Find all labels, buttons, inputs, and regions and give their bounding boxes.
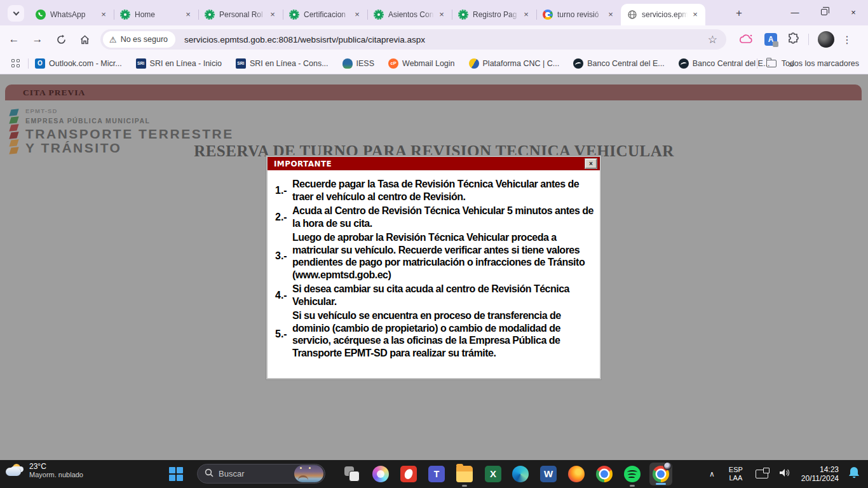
tab-label: Home <box>135 10 180 19</box>
logo-line3: TRANSPORTE TERRESTRE <box>25 127 234 141</box>
tab-personal-rol[interactable]: Personal Rol × <box>198 4 283 25</box>
tab-servicios-active[interactable]: servicios.epm × <box>621 4 705 25</box>
minimize-button[interactable]: — <box>780 0 810 24</box>
teams-icon[interactable]: T <box>428 466 445 482</box>
logo-line2: EMPRESA PÚBLICA MUNICIPAL <box>25 117 234 125</box>
running-indicator-dot <box>630 485 635 487</box>
file-explorer-icon[interactable] <box>456 466 473 482</box>
reload-button[interactable] <box>51 30 71 49</box>
tab-close-icon[interactable]: × <box>437 10 447 20</box>
start-button[interactable] <box>169 467 183 481</box>
security-badge[interactable]: ⚠ No es seguro <box>103 31 175 48</box>
tab-search-button[interactable] <box>8 5 24 22</box>
firefox-icon[interactable] <box>568 466 585 482</box>
weather-widget[interactable]: 23°C Mayorm. nublado <box>5 462 83 479</box>
list-item-number: 4.- <box>275 290 292 301</box>
tab-label: Certificacion <box>304 10 349 19</box>
extensions-icon[interactable] <box>787 32 799 47</box>
weather-icon <box>5 463 24 479</box>
screen: WhatsApp × Home × Personal Rol × Certifi… <box>0 0 868 488</box>
bookmark-label: Banco Central del E... <box>587 59 665 68</box>
bookmark-banco-central-1[interactable]: Banco Central del E... <box>573 58 665 69</box>
google-icon <box>543 10 553 20</box>
bookmark-label: IESS <box>356 59 375 68</box>
bookmark-webmail[interactable]: cP Webmail Login <box>388 58 454 69</box>
tab-home[interactable]: Home × <box>114 4 198 25</box>
bookmark-star-icon[interactable]: ☆ <box>708 33 717 46</box>
outlook-icon: O <box>35 58 45 69</box>
running-indicator-dot <box>462 485 467 487</box>
weather-condition: Mayorm. nublado <box>29 471 83 479</box>
tab-close-icon[interactable]: × <box>268 10 278 20</box>
tab-certificacion[interactable]: Certificacion × <box>283 4 367 25</box>
volume-icon[interactable] <box>778 467 791 481</box>
iess-icon <box>342 58 353 69</box>
new-tab-button[interactable]: + <box>732 6 746 20</box>
search-highlight-image[interactable] <box>294 465 323 482</box>
tab-label: Personal Rol <box>219 10 265 19</box>
app-gear-icon <box>458 10 468 20</box>
search-placeholder: Buscar <box>219 469 294 478</box>
tab-close-icon[interactable]: × <box>352 10 362 20</box>
bookmark-label: Plataforma CNC | C... <box>483 59 560 68</box>
home-button[interactable] <box>75 30 94 49</box>
list-item: 5.- Si su vehículo se encuentra en proce… <box>275 309 593 359</box>
language-indicator[interactable]: ESP LAA <box>729 466 743 482</box>
tab-close-icon[interactable]: × <box>521 10 531 20</box>
tab-close-icon[interactable]: × <box>183 10 193 20</box>
clock[interactable]: 14:23 20/11/2024 <box>801 465 839 483</box>
all-bookmarks-button[interactable]: Todos los marcadores <box>749 58 859 69</box>
notification-bell-icon[interactable] <box>848 466 860 482</box>
logo-line1: EPMT-SD <box>25 107 234 114</box>
task-view-icon[interactable] <box>344 466 360 482</box>
all-bookmarks-label: Todos los marcadores <box>782 59 859 68</box>
page-header-title: CITA PREVIA <box>23 88 85 98</box>
tab-whatsapp[interactable]: WhatsApp × <box>29 4 114 25</box>
excel-icon[interactable]: X <box>485 466 501 482</box>
close-window-button[interactable]: × <box>839 0 868 24</box>
word-icon[interactable]: W <box>540 466 557 482</box>
tab-turno-revision[interactable]: turno revisió × <box>536 4 621 25</box>
system-tray: ∧ ESP LAA 14:23 20/11/2024 <box>709 460 868 488</box>
copilot-icon[interactable] <box>372 466 389 482</box>
spotify-icon[interactable] <box>624 466 641 482</box>
tab-close-icon[interactable]: × <box>606 10 616 20</box>
cloud-extension-icon[interactable] <box>739 33 754 46</box>
taskbar-search[interactable]: Buscar <box>197 464 325 484</box>
tab-close-icon[interactable]: × <box>690 10 700 20</box>
bookmark-label: SRI en Línea - Cons... <box>250 59 329 68</box>
apps-grid-icon[interactable] <box>11 59 20 68</box>
bookmark-sri-inicio[interactable]: SRI SRI en Línea - Inicio <box>136 58 222 69</box>
profile-avatar[interactable] <box>818 31 834 48</box>
chrome-icon[interactable] <box>596 466 613 482</box>
restore-button[interactable] <box>810 0 839 24</box>
display-cast-icon[interactable] <box>756 470 768 478</box>
bookmarks-separator <box>28 58 29 69</box>
tray-chevron-icon[interactable]: ∧ <box>709 470 715 478</box>
tab-asientos[interactable]: Asientos Con × <box>367 4 452 25</box>
chrome-active-window-button[interactable] <box>649 463 672 485</box>
url-text[interactable]: servicios.epmtsd.gob.ec:8081/websisrtv/p… <box>184 35 708 44</box>
edge-icon[interactable] <box>512 466 529 482</box>
bookmark-outlook[interactable]: O Outlook.com - Micr... <box>35 58 122 69</box>
banco-central-icon <box>573 58 583 69</box>
bookmark-iess[interactable]: IESS <box>342 58 375 69</box>
tab-registro[interactable]: Registro Pag × <box>452 4 536 25</box>
list-item-number: 5.- <box>275 329 292 340</box>
pdf-app-icon[interactable] <box>400 466 417 482</box>
tab-close-icon[interactable]: × <box>98 10 109 20</box>
bookmark-sri-consultas[interactable]: SRI SRI en Línea - Cons... <box>236 58 329 69</box>
chevron-down-icon <box>13 10 19 16</box>
address-bar[interactable]: ⚠ No es seguro servicios.epmtsd.gob.ec:8… <box>100 29 726 50</box>
browser-menu-icon[interactable]: ⋮ <box>842 34 852 46</box>
tabs-container: WhatsApp × Home × Personal Rol × Certifi… <box>29 4 705 25</box>
restore-icon <box>821 9 827 15</box>
bookmark-cnc[interactable]: Plataforma CNC | C... <box>469 58 560 69</box>
language-bottom: LAA <box>729 474 743 482</box>
forward-button[interactable]: → <box>28 30 47 49</box>
list-item-text: Acuda al Centro de Revisión Técnica Vehi… <box>292 205 593 229</box>
modal-close-button[interactable]: × <box>585 159 597 168</box>
back-button[interactable]: ← <box>4 30 24 49</box>
time: 14:23 <box>801 465 839 474</box>
translate-icon[interactable]: A <box>764 33 777 46</box>
